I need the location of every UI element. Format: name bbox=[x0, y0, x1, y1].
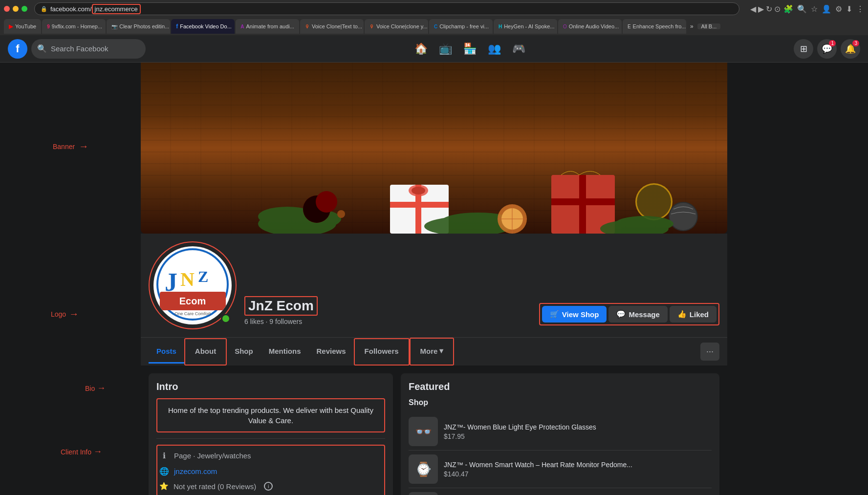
tab-enhance[interactable]: E Enhance Speech fro... bbox=[623, 19, 686, 34]
back-button[interactable]: ◀ bbox=[750, 4, 756, 14]
refresh-button[interactable]: ↻ bbox=[766, 4, 772, 14]
forward-button[interactable]: ▶ bbox=[758, 4, 764, 14]
tab-followers[interactable]: Followers bbox=[357, 340, 407, 364]
svg-point-5 bbox=[316, 191, 337, 213]
profile-icon[interactable]: 👤 bbox=[822, 4, 831, 14]
tab-clipchamp[interactable]: C Clipchamp - free vi... bbox=[429, 19, 493, 34]
tab-fb-label: Facebook Video Do... bbox=[180, 23, 232, 29]
message-label: Message bbox=[629, 310, 659, 319]
main-content: Bio → Client Info → Intro Home of the to… bbox=[141, 366, 727, 495]
tab-enhance-label: Enhance Speech fro... bbox=[633, 23, 686, 29]
tab-more[interactable]: More ▾ bbox=[412, 340, 452, 364]
bio-label: Bio bbox=[85, 385, 95, 392]
product-item-1[interactable]: 👓 JNZ™- Women Blue Light Eye Protection … bbox=[409, 413, 712, 451]
nav-home[interactable]: 🏠 bbox=[409, 37, 433, 61]
tab-voice2-label: Voice Clone|clone y... bbox=[376, 23, 428, 29]
tab-clipchamp-label: Clipchamp - free vi... bbox=[439, 23, 489, 29]
tab-about[interactable]: About bbox=[187, 340, 224, 364]
tab-shop[interactable]: Shop bbox=[227, 340, 261, 364]
cover-section: Banner → bbox=[141, 63, 727, 234]
tab-posts[interactable]: Posts bbox=[149, 340, 184, 364]
page-content: Banner → bbox=[0, 63, 868, 495]
banner-annotation: Banner → bbox=[53, 141, 88, 152]
home-icon: 🏠 bbox=[414, 43, 428, 55]
maximize-btn[interactable] bbox=[22, 6, 27, 12]
product-thumb-2: ⌚ bbox=[409, 454, 438, 484]
profile-info-row: Logo → bbox=[149, 234, 719, 329]
search-bar[interactable]: 🔍 bbox=[31, 39, 146, 59]
tab-heygen[interactable]: H HeyGen - AI Spoke... bbox=[494, 19, 557, 34]
product-name-1: JNZ™- Women Blue Light Eye Protection Gl… bbox=[444, 423, 712, 431]
settings-icon[interactable]: ⚙ bbox=[835, 4, 842, 14]
nav-marketplace[interactable]: 🏪 bbox=[458, 37, 481, 61]
url-display: facebook.com/jnz.ecommerce bbox=[50, 5, 733, 13]
zoom-icon[interactable]: 🔍 bbox=[797, 4, 807, 14]
liked-button[interactable]: 👍 Liked bbox=[670, 306, 716, 323]
message-button[interactable]: 💬 Message bbox=[608, 306, 667, 323]
star-icon[interactable]: ☆ bbox=[811, 4, 818, 14]
fb-favicon: f bbox=[176, 23, 178, 30]
window-controls bbox=[4, 6, 27, 12]
page-name-annotation-wrap: JnZ Ecom bbox=[244, 296, 318, 316]
messenger-button[interactable]: 💬 1 bbox=[817, 39, 837, 59]
animate-favicon: A bbox=[240, 24, 244, 29]
close-btn[interactable] bbox=[4, 6, 10, 12]
profile-avatar: J N Z Ecom One Care Comfort bbox=[152, 244, 234, 326]
tab-facebook[interactable]: f Facebook Video Do... bbox=[171, 19, 235, 34]
notifications-button[interactable]: 🔔 3 bbox=[841, 39, 860, 59]
tab-options-dots[interactable]: ··· bbox=[700, 343, 719, 361]
shop-icon: 🛒 bbox=[550, 310, 559, 319]
watch-icon: 📺 bbox=[439, 43, 452, 55]
website-link[interactable]: jnzecom.com bbox=[174, 467, 217, 475]
tab-heygen-label: HeyGen - AI Spoke... bbox=[504, 23, 554, 29]
more-icon[interactable]: ⋮ bbox=[856, 4, 864, 14]
all-bookmarks[interactable]: All B... bbox=[697, 23, 721, 29]
more-tabs-button[interactable]: » bbox=[687, 23, 696, 30]
tab-voiceclone2[interactable]: 🎙 Voice Clone|clone y... bbox=[365, 19, 428, 34]
tab-mentions[interactable]: Mentions bbox=[261, 340, 309, 364]
svg-text:Ecom: Ecom bbox=[179, 296, 205, 306]
browser-toolbar-right: 🧩 🔍 ☆ 👤 ⚙ ⬇ ⋮ bbox=[783, 4, 864, 14]
product-item-2[interactable]: ⌚ JNZ™ - Women Smart Watch – Heart Rate … bbox=[409, 451, 712, 488]
address-bar[interactable]: 🔒 facebook.com/jnz.ecommerce User Name bbox=[34, 2, 739, 15]
logo-annotation: Logo → bbox=[51, 308, 79, 320]
tab-reviews[interactable]: Reviews bbox=[309, 340, 354, 364]
tab-animate[interactable]: A Animate from audi... bbox=[236, 19, 299, 34]
nav-groups[interactable]: 👥 bbox=[482, 37, 506, 61]
tab-youtube[interactable]: ▶ YouTube bbox=[4, 19, 41, 34]
profile-meta: 6 likes · 9 followers bbox=[244, 318, 531, 325]
tab-onlineaudio-label: Online Audio Video... bbox=[569, 23, 619, 29]
bio-box: Home of the top trending products. We de… bbox=[156, 398, 385, 432]
youtube-favicon: ▶ bbox=[9, 23, 13, 30]
profile-name-section: JnZ Ecom 6 likes · 9 followers bbox=[244, 296, 531, 329]
tab-voiceclone1[interactable]: 🎙 Voice Clone|Text to... bbox=[300, 19, 364, 34]
avatar-logo: J N Z Ecom One Care Comfort bbox=[155, 247, 231, 324]
fb-nav-center: 🏠 📺 🏪 👥 🎮 bbox=[146, 37, 794, 61]
url-base: facebook.com/ bbox=[50, 5, 92, 13]
grid-menu-button[interactable]: ⊞ bbox=[794, 39, 813, 59]
tab-9xflix[interactable]: 9 9xflix.com - Homep... bbox=[42, 19, 106, 34]
featured-title: Featured bbox=[409, 381, 712, 392]
minimize-btn[interactable] bbox=[13, 6, 19, 12]
tab-onlineaudio[interactable]: O Online Audio Video... bbox=[558, 19, 622, 34]
messenger-badge: 1 bbox=[829, 40, 836, 46]
lock-icon: 🔒 bbox=[41, 6, 47, 12]
gaming-icon: 🎮 bbox=[512, 43, 525, 55]
bio-arrow: → bbox=[97, 383, 106, 393]
tab-more-box: More ▾ bbox=[410, 338, 455, 366]
extensions-icon[interactable]: 🧩 bbox=[783, 4, 793, 14]
globe-icon: 🌐 bbox=[159, 466, 169, 476]
tab-clearphotos[interactable]: 📷 Clear Photos editin... bbox=[107, 19, 170, 34]
logo-label: Logo bbox=[51, 310, 66, 318]
view-shop-button[interactable]: 🛒 View Shop bbox=[542, 306, 607, 323]
intro-card: Intro Home of the top trending products.… bbox=[149, 373, 393, 495]
download-icon[interactable]: ⬇ bbox=[846, 4, 852, 14]
home-button[interactable]: ⊙ bbox=[774, 4, 781, 14]
rating-info-icon[interactable]: i bbox=[264, 482, 273, 491]
product-item-3[interactable]: 🕐 JNZ™ - Men Ultra Thin Fashion Quartz W… bbox=[409, 488, 712, 495]
nav-watch[interactable]: 📺 bbox=[434, 37, 457, 61]
nav-gaming[interactable]: 🎮 bbox=[507, 37, 530, 61]
search-input[interactable] bbox=[51, 44, 139, 53]
profile-name: JnZ Ecom bbox=[248, 298, 314, 313]
view-shop-label: View Shop bbox=[562, 310, 599, 319]
